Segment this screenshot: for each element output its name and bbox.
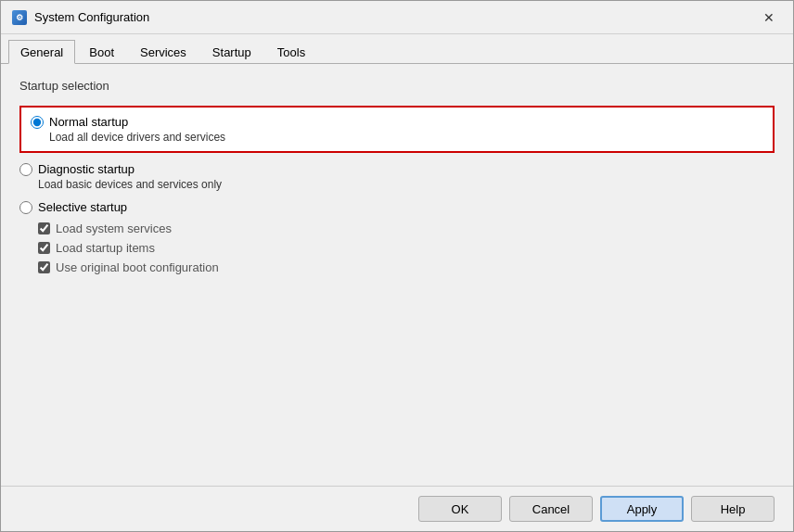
diagnostic-startup-radio[interactable]: [19, 163, 32, 176]
load-startup-items-checkbox[interactable]: [38, 242, 50, 254]
selective-startup-radio-row: Selective startup: [19, 200, 775, 214]
section-label: Startup selection: [19, 79, 775, 93]
diagnostic-startup-radio-row: Diagnostic startup: [19, 162, 775, 176]
diagnostic-startup-desc: Load basic devices and services only: [38, 178, 775, 191]
startup-section: Startup selection Normal startup Load al…: [19, 79, 775, 287]
app-icon: ⚙: [12, 10, 27, 25]
normal-startup-label[interactable]: Normal startup: [49, 115, 128, 129]
load-system-services-checkbox[interactable]: [38, 222, 50, 234]
selective-startup-radio[interactable]: [19, 201, 32, 214]
system-config-dialog: ⚙ System Configuration ✕ General Boot Se…: [0, 0, 794, 532]
use-original-boot-config-checkbox[interactable]: [38, 261, 50, 273]
ok-button[interactable]: OK: [418, 496, 502, 522]
normal-startup-option: Normal startup Load all device drivers a…: [19, 106, 775, 153]
normal-startup-desc: Load all device drivers and services: [49, 131, 763, 144]
diagnostic-startup-label[interactable]: Diagnostic startup: [38, 162, 134, 176]
content-area: Startup selection Normal startup Load al…: [1, 64, 793, 486]
load-startup-items-label[interactable]: Load startup items: [56, 241, 155, 255]
tab-general[interactable]: General: [8, 40, 75, 64]
normal-startup-radio[interactable]: [31, 116, 44, 129]
checkbox-row-startup-items: Load startup items: [38, 241, 775, 255]
load-system-services-label[interactable]: Load system services: [56, 222, 172, 235]
tab-boot[interactable]: Boot: [77, 40, 126, 64]
cancel-button[interactable]: Cancel: [509, 496, 593, 522]
bottom-bar: OK Cancel Apply Help: [1, 486, 793, 531]
apply-button[interactable]: Apply: [600, 496, 684, 522]
selective-checkboxes: Load system services Load startup items …: [38, 222, 775, 274]
tabs-bar: General Boot Services Startup Tools: [1, 34, 793, 64]
close-button[interactable]: ✕: [756, 5, 782, 31]
help-button[interactable]: Help: [691, 496, 775, 522]
normal-startup-radio-row: Normal startup: [31, 115, 763, 129]
use-original-boot-config-label[interactable]: Use original boot configuration: [56, 260, 219, 274]
selective-startup-label[interactable]: Selective startup: [38, 200, 127, 214]
tab-services[interactable]: Services: [128, 40, 198, 64]
window-title: System Configuration: [34, 10, 149, 24]
diagnostic-startup-option: Diagnostic startup Load basic devices an…: [19, 162, 775, 191]
options-container: Normal startup Load all device drivers a…: [19, 102, 775, 287]
selective-startup-option: Selective startup Load system services L…: [19, 200, 775, 274]
checkbox-row-boot-config: Use original boot configuration: [38, 260, 775, 274]
tab-startup[interactable]: Startup: [200, 40, 263, 64]
title-bar: ⚙ System Configuration ✕: [1, 1, 793, 34]
checkbox-row-system-services: Load system services: [38, 222, 775, 235]
tab-tools[interactable]: Tools: [265, 40, 317, 64]
title-bar-left: ⚙ System Configuration: [12, 10, 149, 25]
